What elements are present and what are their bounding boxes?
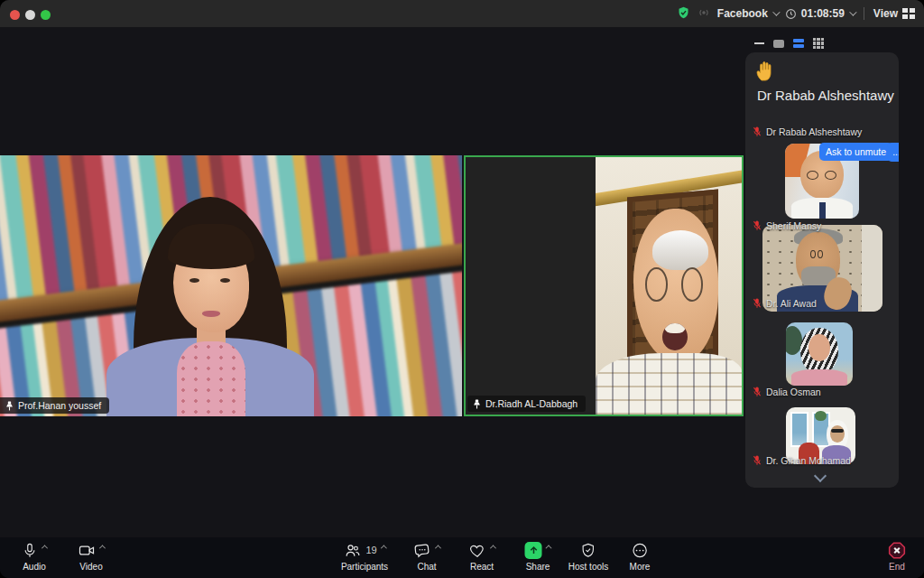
participants-button[interactable]: 19 Participants: [341, 541, 388, 572]
close-window-button[interactable]: [10, 10, 20, 20]
end-meeting-button[interactable]: End: [888, 541, 907, 572]
audio-label: Audio: [23, 562, 46, 572]
view-menu-button[interactable]: View: [873, 7, 915, 20]
participant-more-options-button[interactable]: ...: [887, 143, 899, 162]
participant-row: Dalia Osman: [753, 387, 821, 397]
video-button[interactable]: Video: [78, 541, 105, 572]
participant-row: Dr. Gihan Mohamad: [753, 455, 851, 466]
chevron-up-icon[interactable]: [42, 545, 48, 551]
chevron-down-icon: [849, 8, 856, 15]
fullscreen-window-button[interactable]: [41, 10, 51, 20]
share-label: Share: [526, 562, 550, 572]
participants-count: 19: [365, 545, 376, 555]
muted-mic-icon: [753, 298, 762, 309]
minimize-panel-icon[interactable]: [754, 42, 764, 44]
titlebar: Facebook 01:08:59 View: [0, 0, 924, 27]
participant-name-label: Dr. Gihan Mohamad: [766, 455, 851, 466]
meeting-timer: 01:08:59: [801, 7, 845, 20]
participant-row: Dr. Ali Awad: [753, 298, 817, 309]
muted-mic-icon: [753, 387, 762, 397]
live-stream-icon: [698, 6, 710, 22]
view-grid-icon: [902, 8, 915, 19]
participants-panel: Dr Rabab Alsheshtawy Dr Rabab Alsheshtaw…: [745, 52, 899, 488]
zoom-meeting-window: Facebook 01:08:59 View: [0, 0, 924, 578]
participant-name-label: Dalia Osman: [766, 387, 821, 397]
end-label: End: [889, 562, 905, 572]
speaker-view-icon[interactable]: [773, 40, 784, 48]
chat-label: Chat: [417, 562, 436, 572]
stream-service-label: Facebook: [717, 7, 768, 20]
muted-mic-icon: [753, 455, 762, 466]
participant-row: Dr Rabab Alsheshtawy: [753, 126, 862, 137]
security-shield-icon[interactable]: [677, 5, 690, 23]
participant-name-label: Prof.Hanan youssef: [18, 400, 101, 411]
react-label: React: [470, 562, 494, 572]
gallery-view-icon[interactable]: [813, 38, 824, 49]
meeting-timer-menu[interactable]: 01:08:59: [785, 7, 855, 20]
participant-name-label: Dr. Ali Awad: [766, 298, 817, 309]
chevron-up-icon[interactable]: [99, 545, 106, 551]
video-tile-hanan[interactable]: Prof.Hanan youssef: [0, 155, 462, 416]
participant-video-scene: [786, 322, 853, 386]
chevron-up-icon[interactable]: [490, 545, 496, 551]
chevron-down-icon: [772, 8, 780, 15]
react-button[interactable]: React: [468, 541, 495, 572]
participant-thumbnail-dalia[interactable]: [786, 322, 853, 386]
menubar-divider: [864, 7, 864, 20]
chevron-up-icon[interactable]: [381, 545, 387, 551]
host-tools-label: Host tools: [568, 562, 608, 572]
microphone-icon: [22, 542, 38, 559]
chat-button[interactable]: Chat: [413, 541, 440, 572]
video-label: Video: [79, 562, 102, 572]
share-screen-icon: [525, 542, 542, 559]
video-feed-portrait-scene: [596, 157, 742, 415]
camera-icon: [78, 542, 96, 559]
more-label: More: [630, 562, 651, 572]
chevron-up-icon[interactable]: [545, 545, 551, 551]
minimize-window-button[interactable]: [25, 10, 35, 20]
participant-name-label: Dr Rabab Alsheshtawy: [766, 126, 862, 137]
name-tag: Prof.Hanan youssef: [0, 397, 109, 414]
ellipsis-icon: [631, 542, 648, 559]
video-feed-bookshelf-scene: [0, 155, 462, 416]
heart-icon: [468, 542, 486, 559]
participants-icon: [343, 542, 361, 559]
end-call-icon: [888, 541, 907, 560]
ask-to-unmute-button[interactable]: Ask to unmute: [819, 143, 892, 161]
more-button[interactable]: More: [630, 541, 651, 572]
panel-view-controls: [754, 38, 824, 49]
muted-mic-icon: [753, 126, 762, 137]
share-button[interactable]: Share: [525, 541, 551, 572]
video-tile-riadh[interactable]: Dr.Riadh AL-Dabbagh: [464, 155, 744, 416]
shield-icon: [580, 542, 596, 559]
active-speaker-name: Dr Rabab Alsheshtawy: [757, 88, 894, 103]
participant-name-label: Sherif Mansy: [766, 220, 821, 231]
audio-button[interactable]: Audio: [22, 541, 47, 572]
participants-label: Participants: [341, 562, 388, 572]
clock-icon: [785, 8, 797, 20]
scroll-more-chevron-icon[interactable]: [814, 470, 827, 482]
meeting-toolbar: Audio Video 19 Participants Chat: [0, 537, 924, 578]
strip-view-icon[interactable]: [793, 39, 804, 48]
pin-icon: [5, 401, 14, 411]
name-tag: Dr.Riadh AL-Dabbagh: [467, 396, 586, 412]
stream-service-menu[interactable]: Facebook: [717, 7, 778, 20]
raised-hand-icon: [754, 60, 774, 85]
participant-name-label: Dr.Riadh AL-Dabbagh: [485, 398, 578, 409]
host-tools-button[interactable]: Host tools: [568, 541, 608, 572]
chat-icon: [413, 542, 431, 559]
pin-icon: [473, 399, 481, 409]
participant-row: Sherif Mansy: [753, 220, 821, 231]
view-label: View: [873, 7, 898, 20]
muted-mic-icon: [753, 220, 762, 231]
chevron-up-icon[interactable]: [435, 545, 441, 551]
